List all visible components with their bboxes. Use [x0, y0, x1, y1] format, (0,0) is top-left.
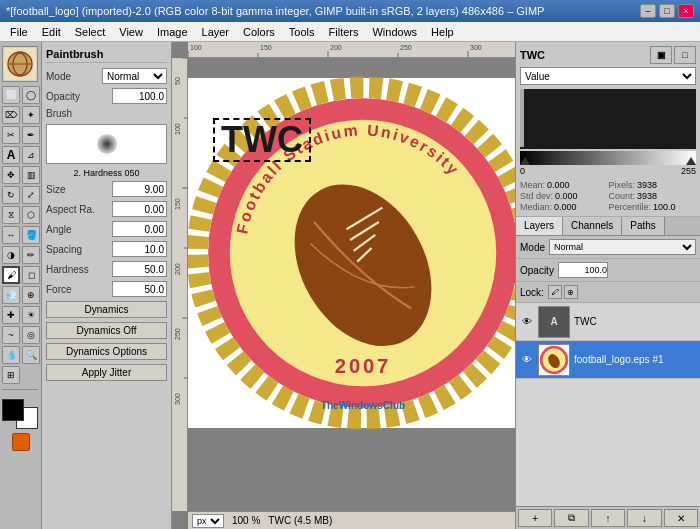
minimize-button[interactable]: –: [640, 4, 656, 18]
tool-crop[interactable]: ⊞: [2, 366, 20, 384]
histogram-panel: TWC ▣ □ Value: [516, 42, 700, 217]
layers-lock-label: Lock:: [520, 287, 544, 298]
tool-blend[interactable]: ◑: [2, 246, 20, 264]
options-panel: Paintbrush Mode Normal Opacity Brush 2. …: [42, 42, 172, 529]
slider-left-handle[interactable]: [520, 157, 530, 165]
layer-down-btn[interactable]: ↓: [627, 509, 661, 527]
tool-convolve[interactable]: ◎: [22, 326, 40, 344]
tool-scale[interactable]: ⤢: [22, 186, 40, 204]
tool-bucket[interactable]: 🪣: [22, 226, 40, 244]
svg-text:250: 250: [174, 328, 181, 340]
menu-file[interactable]: File: [4, 24, 34, 40]
channel-select[interactable]: Value: [520, 67, 696, 85]
layers-lock-row: Lock: 🖊 ⊕: [516, 282, 700, 303]
menu-select[interactable]: Select: [69, 24, 112, 40]
menu-edit[interactable]: Edit: [36, 24, 67, 40]
menu-help[interactable]: Help: [425, 24, 460, 40]
force-input[interactable]: [112, 281, 167, 297]
svg-text:2007: 2007: [335, 355, 391, 377]
dynamics-button[interactable]: Dynamics: [46, 301, 167, 318]
canvas-area: 100 150 200 250 300 350 400: [172, 42, 515, 529]
tool-clone[interactable]: ⊕: [22, 286, 40, 304]
tool-dodge[interactable]: ☀: [22, 306, 40, 324]
tool-zoom[interactable]: 🔍: [22, 346, 40, 364]
force-row: Force: [46, 280, 167, 298]
foreground-color[interactable]: [2, 399, 24, 421]
brush-row: Brush: [46, 107, 167, 120]
menu-view[interactable]: View: [113, 24, 149, 40]
menu-layer[interactable]: Layer: [196, 24, 236, 40]
menu-bar: File Edit Select View Image Layer Colors…: [0, 22, 700, 42]
tool-perspective[interactable]: ⬡: [22, 206, 40, 224]
histogram-btn1[interactable]: ▣: [650, 46, 672, 64]
tool-measure[interactable]: ⊿: [22, 146, 40, 164]
tab-layers[interactable]: Layers: [516, 217, 563, 235]
unit-select[interactable]: px: [192, 514, 224, 528]
range-slider[interactable]: [520, 151, 696, 165]
layer-up-btn[interactable]: ↑: [591, 509, 625, 527]
tool-paintbrush[interactable]: 🖌: [2, 266, 20, 284]
mode-select[interactable]: Normal: [102, 68, 167, 84]
lock-btn-1[interactable]: 🖊: [548, 285, 562, 299]
layers-mode-select[interactable]: Normal: [549, 239, 696, 255]
tool-pencil[interactable]: ✏: [22, 246, 40, 264]
tool-scissors[interactable]: ✂: [2, 126, 20, 144]
layer-delete-btn[interactable]: ✕: [664, 509, 698, 527]
opacity-label: Opacity: [46, 91, 80, 102]
tool-free-select[interactable]: ⌦: [2, 106, 20, 124]
tool-fuzzy-select[interactable]: ✦: [22, 106, 40, 124]
tool-text[interactable]: A: [2, 146, 20, 164]
size-input[interactable]: [112, 181, 167, 197]
menu-windows[interactable]: Windows: [366, 24, 423, 40]
tool-move[interactable]: ✥: [2, 166, 20, 184]
tool-ellipse-select[interactable]: ◯: [22, 86, 40, 104]
layer-item-football[interactable]: 👁 football_logo.eps #1: [516, 341, 700, 379]
tool-rect-select[interactable]: ⬜: [2, 86, 20, 104]
menu-image[interactable]: Image: [151, 24, 194, 40]
twc-text: TWC: [221, 119, 303, 160]
canvas-wrapper[interactable]: Football Stadium University 2007 T: [188, 58, 515, 511]
tool-eraser[interactable]: ◻: [22, 266, 40, 284]
close-button[interactable]: ×: [678, 4, 694, 18]
tool-heal[interactable]: ✚: [2, 306, 20, 324]
opacity-input[interactable]: [112, 88, 167, 104]
tool-flip[interactable]: ↔: [2, 226, 20, 244]
maximize-button[interactable]: □: [659, 4, 675, 18]
tool-airbrush[interactable]: 💨: [2, 286, 20, 304]
angle-input[interactable]: [112, 221, 167, 237]
tool-picker[interactable]: 💧: [2, 346, 20, 364]
tool-rotate[interactable]: ↻: [2, 186, 20, 204]
spacing-input[interactable]: [112, 241, 167, 257]
tab-channels[interactable]: Channels: [563, 217, 622, 235]
layer-duplicate-btn[interactable]: ⧉: [554, 509, 588, 527]
svg-text:300: 300: [470, 44, 482, 51]
slider-right-handle[interactable]: [686, 157, 696, 165]
tool-align[interactable]: ▥: [22, 166, 40, 184]
layers-opacity-label: Opacity: [520, 265, 554, 276]
layers-opacity-row: Opacity: [516, 259, 700, 282]
lock-btn-2[interactable]: ⊕: [564, 285, 578, 299]
tab-paths[interactable]: Paths: [622, 217, 665, 235]
tool-smudge[interactable]: ~: [2, 326, 20, 344]
apply-jitter-button[interactable]: Apply Jitter: [46, 364, 167, 381]
svg-text:50: 50: [174, 77, 181, 85]
hardness-input[interactable]: [112, 261, 167, 277]
layer-item-twc[interactable]: 👁 A TWC: [516, 303, 700, 341]
layers-opacity-input[interactable]: [558, 262, 608, 278]
menu-colors[interactable]: Colors: [237, 24, 281, 40]
tool-separator: [2, 389, 38, 390]
layers-options: Mode Normal: [516, 236, 700, 259]
layer-eye-twc[interactable]: 👁: [520, 315, 534, 329]
layer-add-btn[interactable]: +: [518, 509, 552, 527]
dynamics-options-button[interactable]: Dynamics Options: [46, 343, 167, 360]
tool-shear[interactable]: ⧖: [2, 206, 20, 224]
tool-paths[interactable]: ✒: [22, 126, 40, 144]
menu-filters[interactable]: Filters: [323, 24, 365, 40]
menu-tools[interactable]: Tools: [283, 24, 321, 40]
dynamics-off-button[interactable]: Dynamics Off: [46, 322, 167, 339]
histogram-btn2[interactable]: □: [674, 46, 696, 64]
layer-eye-football[interactable]: 👁: [520, 353, 534, 367]
aspect-input[interactable]: [112, 201, 167, 217]
canvas-inner: Football Stadium University 2007 T: [188, 68, 515, 438]
color-selector[interactable]: [2, 399, 38, 429]
